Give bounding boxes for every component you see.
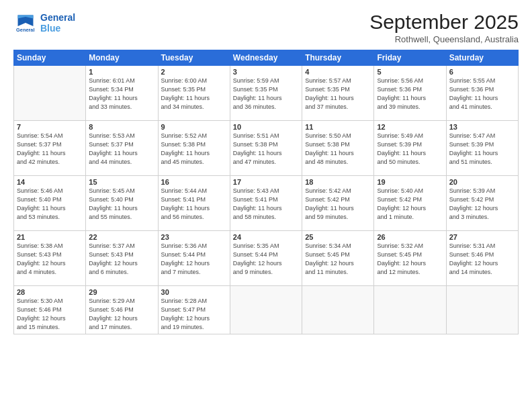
title-block: September 2025 Rothwell, Queensland, Aus…: [369, 11, 519, 44]
logo-general: General: [40, 12, 75, 23]
day-number: 11: [305, 123, 371, 131]
day-number: 12: [377, 123, 443, 131]
cell-week1-day6: 6Sunrise: 5:55 AMSunset: 5:36 PMDaylight…: [446, 66, 518, 121]
day-info: Sunrise: 5:52 AMSunset: 5:38 PMDaylight:…: [161, 132, 227, 167]
day-info: Sunrise: 5:31 AMSunset: 5:46 PMDaylight:…: [449, 242, 515, 277]
cell-week3-day2: 16Sunrise: 5:44 AMSunset: 5:41 PMDayligh…: [158, 176, 230, 231]
cell-week5-day3: [230, 286, 302, 334]
day-number: 14: [17, 178, 83, 186]
day-number: 22: [89, 233, 154, 241]
cell-week3-day1: 15Sunrise: 5:45 AMSunset: 5:40 PMDayligh…: [86, 176, 158, 231]
day-number: 3: [233, 68, 299, 76]
day-number: 7: [17, 123, 83, 131]
day-number: 30: [161, 288, 227, 296]
day-number: 5: [377, 68, 443, 76]
day-number: 13: [449, 123, 515, 131]
day-number: 19: [377, 178, 443, 186]
day-info: Sunrise: 5:55 AMSunset: 5:36 PMDaylight:…: [449, 77, 515, 111]
day-info: Sunrise: 5:47 AMSunset: 5:39 PMDaylight:…: [449, 132, 515, 167]
cell-week4-day1: 22Sunrise: 5:37 AMSunset: 5:43 PMDayligh…: [86, 231, 158, 286]
logo-text: General Blue: [40, 12, 75, 34]
day-info: Sunrise: 5:43 AMSunset: 5:41 PMDaylight:…: [233, 187, 299, 222]
cell-week5-day2: 30Sunrise: 5:28 AMSunset: 5:47 PMDayligh…: [158, 286, 230, 334]
day-info: Sunrise: 5:49 AMSunset: 5:39 PMDaylight:…: [377, 132, 443, 167]
cell-week2-day4: 11Sunrise: 5:50 AMSunset: 5:38 PMDayligh…: [302, 121, 374, 176]
svg-text:General: General: [16, 27, 34, 33]
cell-week3-day3: 17Sunrise: 5:43 AMSunset: 5:41 PMDayligh…: [230, 176, 302, 231]
day-info: Sunrise: 5:28 AMSunset: 5:47 PMDaylight:…: [161, 297, 227, 332]
cell-week5-day0: 28Sunrise: 5:30 AMSunset: 5:46 PMDayligh…: [14, 286, 86, 334]
cell-week1-day2: 2Sunrise: 6:00 AMSunset: 5:35 PMDaylight…: [158, 66, 230, 121]
day-number: 10: [233, 123, 299, 131]
day-info: Sunrise: 5:42 AMSunset: 5:42 PMDaylight:…: [305, 187, 371, 222]
day-info: Sunrise: 5:45 AMSunset: 5:40 PMDaylight:…: [89, 187, 154, 222]
cell-week3-day0: 14Sunrise: 5:46 AMSunset: 5:40 PMDayligh…: [14, 176, 86, 231]
day-info: Sunrise: 5:51 AMSunset: 5:38 PMDaylight:…: [233, 132, 299, 167]
day-info: Sunrise: 5:37 AMSunset: 5:43 PMDaylight:…: [89, 242, 154, 277]
day-number: 16: [161, 178, 227, 186]
day-info: Sunrise: 5:29 AMSunset: 5:46 PMDaylight:…: [89, 297, 154, 332]
day-number: 6: [449, 68, 515, 76]
day-info: Sunrise: 5:34 AMSunset: 5:45 PMDaylight:…: [305, 242, 371, 277]
col-sunday: Sunday: [14, 50, 86, 66]
cell-week4-day4: 25Sunrise: 5:34 AMSunset: 5:45 PMDayligh…: [302, 231, 374, 286]
week-row-2: 7Sunrise: 5:54 AMSunset: 5:37 PMDaylight…: [14, 121, 519, 176]
cell-week4-day3: 24Sunrise: 5:35 AMSunset: 5:44 PMDayligh…: [230, 231, 302, 286]
cell-week2-day3: 10Sunrise: 5:51 AMSunset: 5:38 PMDayligh…: [230, 121, 302, 176]
day-info: Sunrise: 5:36 AMSunset: 5:44 PMDaylight:…: [161, 242, 227, 277]
cell-week4-day6: 27Sunrise: 5:31 AMSunset: 5:46 PMDayligh…: [446, 231, 518, 286]
day-number: 17: [233, 178, 299, 186]
day-number: 21: [17, 233, 83, 241]
day-number: 2: [161, 68, 227, 76]
header: General General Blue September 2025 Roth…: [13, 11, 519, 44]
day-info: Sunrise: 5:30 AMSunset: 5:46 PMDaylight:…: [17, 297, 83, 332]
logo-blue: Blue: [40, 23, 60, 34]
day-number: 9: [161, 123, 227, 131]
day-number: 25: [305, 233, 371, 241]
day-number: 28: [17, 288, 83, 296]
col-saturday: Saturday: [446, 50, 518, 66]
week-row-1: 1Sunrise: 6:01 AMSunset: 5:34 PMDaylight…: [14, 66, 519, 121]
cell-week2-day1: 8Sunrise: 5:53 AMSunset: 5:37 PMDaylight…: [86, 121, 158, 176]
day-number: 29: [89, 288, 154, 296]
col-wednesday: Wednesday: [230, 50, 302, 66]
cell-week4-day2: 23Sunrise: 5:36 AMSunset: 5:44 PMDayligh…: [158, 231, 230, 286]
day-info: Sunrise: 5:39 AMSunset: 5:42 PMDaylight:…: [449, 187, 515, 222]
day-number: 15: [89, 178, 154, 186]
month-title: September 2025: [369, 11, 519, 33]
day-number: 23: [161, 233, 227, 241]
cell-week5-day4: [302, 286, 374, 334]
day-info: Sunrise: 6:01 AMSunset: 5:34 PMDaylight:…: [89, 77, 154, 111]
day-info: Sunrise: 5:32 AMSunset: 5:45 PMDaylight:…: [377, 242, 443, 277]
cell-week5-day6: [446, 286, 518, 334]
cell-week4-day0: 21Sunrise: 5:38 AMSunset: 5:43 PMDayligh…: [14, 231, 86, 286]
cell-week1-day4: 4Sunrise: 5:57 AMSunset: 5:35 PMDaylight…: [302, 66, 374, 121]
calendar-table: Sunday Monday Tuesday Wednesday Thursday…: [13, 50, 519, 334]
day-info: Sunrise: 5:53 AMSunset: 5:37 PMDaylight:…: [89, 132, 154, 167]
week-row-3: 14Sunrise: 5:46 AMSunset: 5:40 PMDayligh…: [14, 176, 519, 231]
day-number: 4: [305, 68, 371, 76]
day-info: Sunrise: 5:57 AMSunset: 5:35 PMDaylight:…: [305, 77, 371, 111]
col-friday: Friday: [374, 50, 446, 66]
day-info: Sunrise: 5:38 AMSunset: 5:43 PMDaylight:…: [17, 242, 83, 277]
week-row-5: 28Sunrise: 5:30 AMSunset: 5:46 PMDayligh…: [14, 286, 519, 334]
cell-week4-day5: 26Sunrise: 5:32 AMSunset: 5:45 PMDayligh…: [374, 231, 446, 286]
col-tuesday: Tuesday: [158, 50, 230, 66]
page: General General Blue September 2025 Roth…: [0, 0, 532, 411]
day-number: 20: [449, 178, 515, 186]
day-info: Sunrise: 5:59 AMSunset: 5:35 PMDaylight:…: [233, 77, 299, 111]
day-number: 1: [89, 68, 154, 76]
cell-week1-day1: 1Sunrise: 6:01 AMSunset: 5:34 PMDaylight…: [86, 66, 158, 121]
cell-week1-day0: [14, 66, 86, 121]
col-thursday: Thursday: [302, 50, 374, 66]
day-info: Sunrise: 5:56 AMSunset: 5:36 PMDaylight:…: [377, 77, 443, 111]
day-info: Sunrise: 5:46 AMSunset: 5:40 PMDaylight:…: [17, 187, 83, 222]
cell-week3-day4: 18Sunrise: 5:42 AMSunset: 5:42 PMDayligh…: [302, 176, 374, 231]
cell-week5-day1: 29Sunrise: 5:29 AMSunset: 5:46 PMDayligh…: [86, 286, 158, 334]
day-number: 24: [233, 233, 299, 241]
logo: General General Blue: [13, 11, 75, 35]
cell-week5-day5: [374, 286, 446, 334]
cell-week3-day6: 20Sunrise: 5:39 AMSunset: 5:42 PMDayligh…: [446, 176, 518, 231]
cell-week2-day5: 12Sunrise: 5:49 AMSunset: 5:39 PMDayligh…: [374, 121, 446, 176]
location-subtitle: Rothwell, Queensland, Australia: [369, 34, 519, 44]
